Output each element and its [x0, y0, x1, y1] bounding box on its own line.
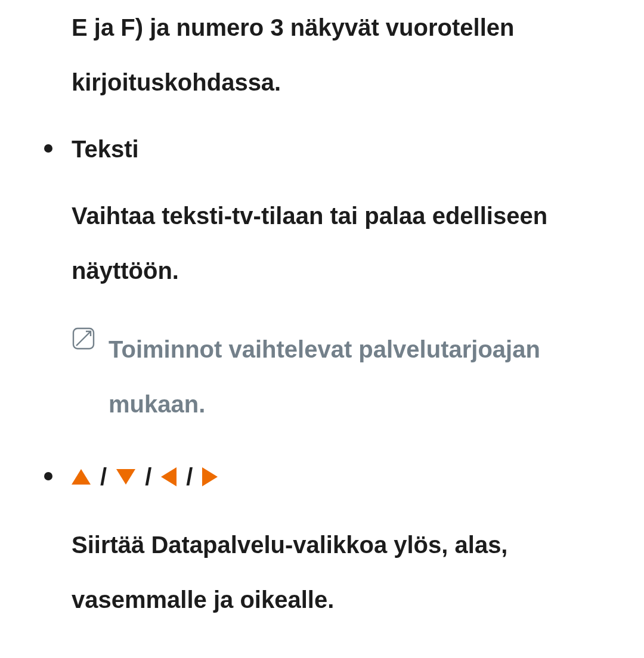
list-item-arrows: / / / Siirtää Datapalvelu-valikkoa ylös,…: [36, 461, 608, 627]
separator: /: [184, 461, 195, 492]
note-icon: [72, 327, 95, 350]
note-row: Toiminnot vaihtelevat palvelutarjoajan m…: [72, 322, 608, 432]
arrow-right-icon: [202, 467, 218, 486]
arrow-down-icon: [116, 469, 135, 485]
separator: /: [143, 461, 154, 492]
document-body: E ja F) ja numero 3 näkyvät vuorotellen …: [0, 0, 644, 658]
item-title: Teksti: [72, 134, 608, 164]
svg-line-1: [76, 331, 91, 346]
item-description: Vaihtaa teksti-tv-tilaan tai palaa edell…: [72, 188, 608, 298]
arrow-up-icon: [72, 469, 91, 485]
note-text: Toiminnot vaihtelevat palvelutarjoajan m…: [109, 322, 608, 432]
arrow-title: / / /: [72, 461, 608, 492]
item-list: Teksti Vaihtaa teksti-tv-tilaan tai pala…: [36, 134, 608, 658]
list-item-teksti: Teksti Vaihtaa teksti-tv-tilaan tai pala…: [36, 134, 608, 432]
separator: /: [98, 461, 109, 492]
item-description: Siirtää Datapalvelu-valikkoa ylös, alas,…: [72, 517, 608, 627]
continuation-text: E ja F) ja numero 3 näkyvät vuorotellen …: [36, 0, 608, 110]
arrow-left-icon: [161, 467, 177, 486]
